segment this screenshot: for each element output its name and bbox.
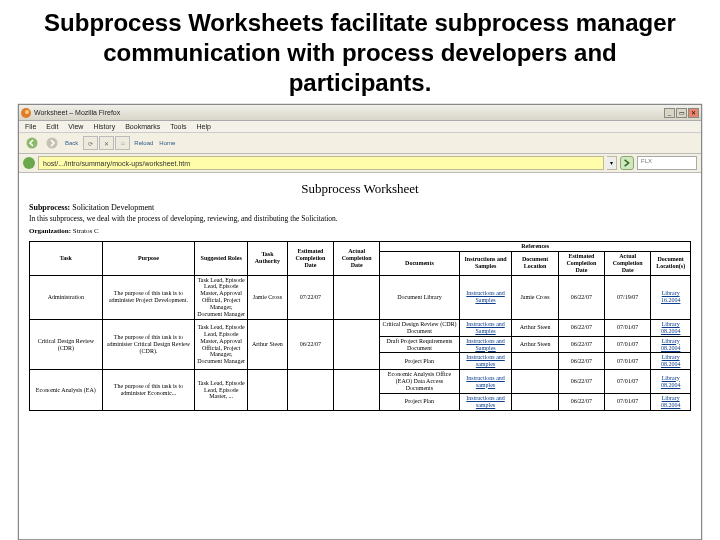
cell-doc: Project Plan: [380, 353, 459, 370]
site-identity-icon[interactable]: [23, 157, 35, 169]
cell-dloc: Arthur Steen: [512, 319, 558, 336]
col-act: Actual Completion Date: [334, 242, 380, 276]
cell-dloc: Jamie Cross: [512, 275, 558, 319]
nav-toolbar: Back ⟳ ✕ ⌂ Reload Home: [19, 133, 701, 154]
location-link[interactable]: Library 16.2004: [661, 290, 681, 303]
cell-ract: 07/01/07: [605, 370, 651, 394]
menu-history[interactable]: History: [93, 123, 115, 130]
cell-ract: 07/01/07: [605, 353, 651, 370]
col-authority: Task Authority: [248, 242, 288, 276]
firefox-icon: [21, 108, 31, 118]
menu-edit[interactable]: Edit: [46, 123, 58, 130]
instructions-link[interactable]: Instructions and Samples: [466, 321, 505, 334]
cell-ract: 07/01/07: [605, 393, 651, 410]
window-title: Worksheet – Mozilla Firefox: [34, 109, 663, 116]
cell-act: [334, 319, 380, 369]
cell-doc: Draft Project Requirements Document: [380, 336, 459, 353]
menu-help[interactable]: Help: [197, 123, 211, 130]
header-row-top: Task Purpose Suggested Roles Task Author…: [30, 242, 691, 252]
instructions-link[interactable]: Instructions and samples: [466, 395, 505, 408]
col-references: References: [380, 242, 691, 252]
url-dropdown[interactable]: ▾: [607, 156, 617, 170]
browser-window: Worksheet – Mozilla Firefox _ ▭ ✕ File E…: [18, 104, 702, 540]
cell-act: [334, 275, 380, 319]
col-est: Estimated Completion Date: [287, 242, 333, 276]
cell-est: 07/22/07: [287, 275, 333, 319]
menu-bar: File Edit View History Bookmarks Tools H…: [19, 121, 701, 133]
page-title: Subprocess Worksheet: [29, 181, 691, 197]
menu-view[interactable]: View: [68, 123, 83, 130]
location-link[interactable]: Library 08.2004: [661, 354, 681, 367]
col-rest: Estimated Completion Date: [558, 251, 604, 275]
col-dloc: Document Location: [512, 251, 558, 275]
cell-dloc: [512, 353, 558, 370]
location-link[interactable]: Library 08.2004: [661, 338, 681, 351]
back-button[interactable]: [23, 135, 41, 151]
subprocess-heading: Subprocess: Solicitation Development: [29, 203, 691, 212]
instructions-link[interactable]: Instructions and samples: [466, 354, 505, 367]
table-row: Critical Design Review (CDR) The purpose…: [30, 319, 691, 336]
worksheet-table: Task Purpose Suggested Roles Task Author…: [29, 241, 691, 411]
menu-bookmarks[interactable]: Bookmarks: [125, 123, 160, 130]
svg-point-1: [47, 138, 58, 149]
cell-dloc: [512, 370, 558, 394]
maximize-button[interactable]: ▭: [676, 108, 687, 118]
minimize-button[interactable]: _: [664, 108, 675, 118]
cell-dloc: Arthur Steen: [512, 336, 558, 353]
cell-rest: 06/22/07: [558, 336, 604, 353]
reload-icon[interactable]: ⟳: [83, 136, 98, 150]
close-button[interactable]: ✕: [688, 108, 699, 118]
reload-label: Reload: [134, 140, 153, 146]
url-input[interactable]: host/.../intro/summary/mock-ups/workshee…: [38, 156, 604, 170]
cell-doc: Document Library: [380, 275, 459, 319]
instructions-link[interactable]: Instructions and Samples: [466, 290, 505, 303]
location-link[interactable]: Library 08.2004: [661, 395, 681, 408]
home-icon[interactable]: ⌂: [115, 136, 130, 150]
instructions-link[interactable]: Instructions and samples: [466, 375, 505, 388]
cell-doc: Economic Analysis Office (EAO) Data Acce…: [380, 370, 459, 394]
cell-task: Economic Analysis (EA): [30, 370, 103, 410]
col-task: Task: [30, 242, 103, 276]
col-rloc: Document Location(s): [651, 251, 691, 275]
back-label: Back: [65, 140, 78, 146]
cell-rest: 06/22/07: [558, 370, 604, 394]
cell-purpose: The purpose of this task is to administe…: [102, 275, 195, 319]
address-bar: host/.../intro/summary/mock-ups/workshee…: [19, 154, 701, 173]
cell-ract: 07/01/07: [605, 319, 651, 336]
cell-est: [287, 370, 333, 410]
col-ract: Actual Completion Date: [605, 251, 651, 275]
forward-button[interactable]: [43, 135, 61, 151]
table-row: Economic Analysis (EA) The purpose of th…: [30, 370, 691, 394]
home-label: Home: [159, 140, 175, 146]
cell-est: 06/22/07: [287, 319, 333, 369]
location-link[interactable]: Library 08.2004: [661, 321, 681, 334]
instructions-link[interactable]: Instructions and Samples: [466, 338, 505, 351]
search-input[interactable]: FLX: [637, 156, 697, 170]
cell-doc: Project Plan: [380, 393, 459, 410]
cell-purpose: The purpose of this task is to administe…: [102, 319, 195, 369]
cell-rest: 06/22/07: [558, 319, 604, 336]
cell-authority: Jamie Cross: [248, 275, 288, 319]
cell-roles: Task Lead, Episode Lead, Episode Master,…: [195, 275, 248, 319]
location-link[interactable]: Library 08.2004: [661, 375, 681, 388]
table-row: Administration The purpose of this task …: [30, 275, 691, 319]
menu-file[interactable]: File: [25, 123, 36, 130]
cell-authority: [248, 370, 288, 410]
cell-task: Critical Design Review (CDR): [30, 319, 103, 369]
slide-title: Subprocess Worksheets facilitate subproc…: [0, 0, 720, 104]
cell-authority: Arthur Steen: [248, 319, 288, 369]
col-purpose: Purpose: [102, 242, 195, 276]
organization-line: Organization: Stratos C: [29, 227, 691, 235]
col-docs: Documents: [380, 251, 459, 275]
cell-act: [334, 370, 380, 410]
cell-dloc: [512, 393, 558, 410]
cell-ract: 07/01/07: [605, 336, 651, 353]
page-content: Subprocess Worksheet Subprocess: Solicit…: [19, 173, 701, 539]
cell-rest: 06/22/07: [558, 393, 604, 410]
go-button[interactable]: [620, 156, 634, 170]
menu-tools[interactable]: Tools: [170, 123, 186, 130]
stop-icon[interactable]: ✕: [99, 136, 114, 150]
titlebar: Worksheet – Mozilla Firefox _ ▭ ✕: [19, 105, 701, 121]
cell-task: Administration: [30, 275, 103, 319]
subprocess-intro: In this subprocess, we deal with the pro…: [29, 214, 691, 223]
